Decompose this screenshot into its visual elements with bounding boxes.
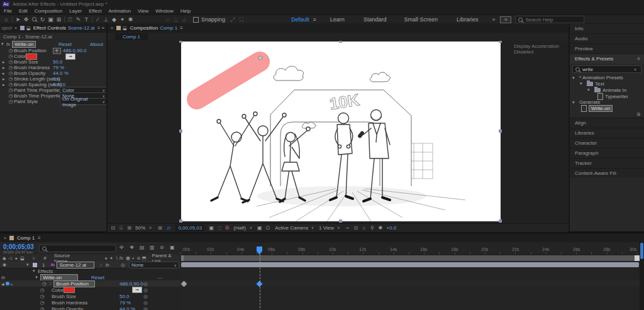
panel-menu-icon[interactable]: ≡ bbox=[180, 25, 183, 31]
workspace-bar-icon[interactable]: ⧉ bbox=[500, 16, 511, 23]
puppet-pin-tool-icon[interactable]: ✱ bbox=[126, 16, 135, 23]
pickwhip-icon[interactable]: ◎ bbox=[143, 287, 148, 293]
layer-duration-bar[interactable] bbox=[181, 262, 639, 267]
keyframe-nav-left-icon[interactable]: ◀ bbox=[1, 282, 4, 286]
playhead-line[interactable] bbox=[260, 255, 260, 310]
pickwhip-icon[interactable]: ◎ bbox=[143, 294, 148, 299]
work-area-bar[interactable] bbox=[181, 255, 638, 261]
viewer-area[interactable]: Display Acceleration Disabled bbox=[108, 41, 569, 223]
twirl-icon[interactable]: ▸ bbox=[3, 77, 8, 82]
draft-3d-icon[interactable]: ❖ bbox=[130, 245, 134, 250]
menu-layer[interactable]: Layer bbox=[69, 8, 82, 14]
effect-enable-dash[interactable]: — bbox=[157, 275, 162, 280]
stopwatch-icon[interactable]: ◷ bbox=[39, 287, 45, 293]
prop-row-brush-position[interactable]: ◀ ▶ ◷ ⎍ Brush Position 486.0,90.0 ◎ bbox=[0, 280, 180, 287]
parent-pickwhip-icon[interactable]: ◎ bbox=[121, 262, 125, 268]
twirl-down-icon[interactable]: ▾ bbox=[587, 87, 592, 92]
prop-label[interactable]: Color bbox=[52, 287, 64, 293]
prop-label[interactable]: Color bbox=[14, 53, 26, 59]
effect-reset-button[interactable]: Reset bbox=[58, 42, 72, 47]
twirl-down-icon[interactable]: ▾ bbox=[580, 81, 585, 86]
prop-label[interactable]: Brush Opacity bbox=[14, 70, 45, 76]
close-panel-icon[interactable]: × bbox=[111, 26, 113, 30]
prop-label-chip[interactable]: Brush Position bbox=[53, 280, 95, 287]
camera-tool-icon[interactable]: ▣ bbox=[47, 16, 55, 23]
prop-label[interactable]: Brush Time Properties bbox=[14, 93, 64, 99]
resolution-dropdown[interactable]: (Half)∨ bbox=[233, 225, 252, 231]
prop-row-brush-hardness[interactable]: ◷ Brush Hardness 79 % ◎ bbox=[0, 299, 180, 306]
stopwatch-icon[interactable]: ◷ bbox=[39, 294, 45, 299]
snapshot-icon[interactable]: ⊡ bbox=[109, 225, 117, 231]
prop-label[interactable]: Brush Opacity bbox=[52, 306, 83, 310]
eyedropper-button[interactable]: ⇒ bbox=[132, 287, 142, 293]
stopwatch-icon[interactable]: ◷ bbox=[8, 93, 14, 99]
menu-window[interactable]: Window bbox=[155, 8, 173, 14]
stopwatch-icon[interactable]: ◷ bbox=[8, 65, 14, 70]
prop-label[interactable]: Brush Size bbox=[52, 294, 76, 299]
prop-value[interactable]: 0.0 bbox=[53, 76, 60, 82]
align-panel-header[interactable]: Align bbox=[570, 118, 644, 128]
transparency-grid-icon[interactable]: ⛋ bbox=[264, 225, 272, 231]
content-aware-fill-panel-header[interactable]: Content-Aware Fill bbox=[570, 168, 644, 178]
scrollbar-thumb[interactable] bbox=[640, 243, 643, 259]
menu-file[interactable]: File bbox=[4, 8, 12, 14]
clear-search-icon[interactable]: × bbox=[634, 67, 636, 72]
panel-menu-icon[interactable]: ≡ bbox=[97, 25, 101, 31]
panel-menu-icon[interactable]: ≡ bbox=[637, 56, 640, 62]
selection-handle[interactable] bbox=[179, 130, 182, 133]
stopwatch-icon[interactable]: ◷ bbox=[39, 300, 45, 306]
keyframe-diamond[interactable] bbox=[181, 281, 187, 287]
work-area-start-handle[interactable] bbox=[181, 255, 184, 261]
view-layout-dropdown[interactable]: 1 View∨ bbox=[319, 225, 340, 231]
frame-blending-icon[interactable]: ▥ bbox=[150, 245, 155, 250]
menu-help[interactable]: Help bbox=[180, 8, 191, 14]
help-search-input[interactable] bbox=[525, 17, 575, 23]
selection-handle[interactable] bbox=[499, 41, 502, 43]
pixel-aspect-icon[interactable]: ⌐ bbox=[343, 225, 352, 231]
snapshot-camera-icon[interactable]: ▣ bbox=[207, 225, 216, 231]
layer-twirl-icon[interactable]: ▾ bbox=[26, 262, 31, 267]
lock-icon[interactable]: ⬓ bbox=[26, 26, 31, 31]
twirl-icon[interactable]: ▸ bbox=[3, 82, 8, 87]
stopwatch-icon[interactable]: ◷ bbox=[8, 59, 14, 65]
prop-value[interactable]: 44.0 % bbox=[53, 70, 69, 76]
position-crosshair-button[interactable]: ✛ bbox=[53, 48, 61, 54]
effect-about-button[interactable]: About bbox=[90, 42, 103, 47]
brush-tool-icon[interactable]: ∕ bbox=[94, 16, 102, 23]
prop-value[interactable]: 486.0,90.0 bbox=[119, 281, 143, 287]
composition-tab-label[interactable]: Composition bbox=[130, 25, 158, 31]
tree-item-animate-in-folder[interactable]: ▾ Animate In bbox=[570, 87, 644, 93]
type-tool-icon[interactable]: T bbox=[82, 16, 91, 23]
shape-tool-icon[interactable]: □ bbox=[66, 16, 74, 23]
hand-tool-icon[interactable]: ✥ bbox=[22, 16, 30, 23]
tracker-panel-header[interactable]: Tracker bbox=[570, 158, 644, 168]
tree-item-animation-presets[interactable]: ▾ * Animation Presets bbox=[570, 75, 644, 80]
effects-presets-search-box[interactable]: × bbox=[572, 65, 641, 73]
twirl-icon[interactable]: ▸ bbox=[3, 65, 8, 70]
info-panel-header[interactable]: Info bbox=[570, 23, 644, 33]
workspace-libraries[interactable]: Libraries bbox=[457, 16, 479, 23]
timeline-scrollbar[interactable] bbox=[640, 242, 644, 310]
new-folder-icon[interactable]: ⧉ bbox=[637, 112, 640, 117]
selection-handle[interactable] bbox=[179, 219, 182, 223]
menu-animation[interactable]: Animation bbox=[108, 8, 131, 14]
exposure-reset-icon[interactable]: ✱ bbox=[376, 225, 384, 231]
hide-shy-layers-icon[interactable]: ▤ bbox=[140, 245, 145, 250]
eyedropper-button[interactable]: ⇒ bbox=[65, 53, 75, 60]
audio-panel-header[interactable]: Audio bbox=[570, 33, 644, 43]
timeline-tab-label[interactable]: Comp 1 bbox=[17, 235, 35, 241]
selection-handle[interactable] bbox=[339, 219, 342, 223]
libraries-panel-header[interactable]: Libraries bbox=[570, 128, 644, 138]
roto-brush-tool-icon[interactable]: ✦ bbox=[118, 16, 126, 23]
effect-write-on-row[interactable]: fx ▾ Write-on Reset — bbox=[0, 274, 180, 280]
prop-value[interactable]: 44.0 % bbox=[119, 306, 135, 310]
close-panel-icon[interactable]: × bbox=[4, 236, 6, 240]
workspace-overflow-icon[interactable]: » bbox=[492, 16, 495, 23]
prop-label[interactable]: Paint Style bbox=[14, 99, 38, 104]
tree-item-text-folder[interactable]: ▾ Text bbox=[570, 80, 644, 87]
layer-fx-icon[interactable]: fx bbox=[106, 262, 109, 268]
menu-effect[interactable]: Effect bbox=[89, 8, 101, 14]
stopwatch-icon[interactable]: ◷ bbox=[39, 306, 45, 310]
fast-previews-icon[interactable]: ⊡ bbox=[352, 225, 360, 231]
effects-presets-search-input[interactable] bbox=[582, 67, 631, 72]
